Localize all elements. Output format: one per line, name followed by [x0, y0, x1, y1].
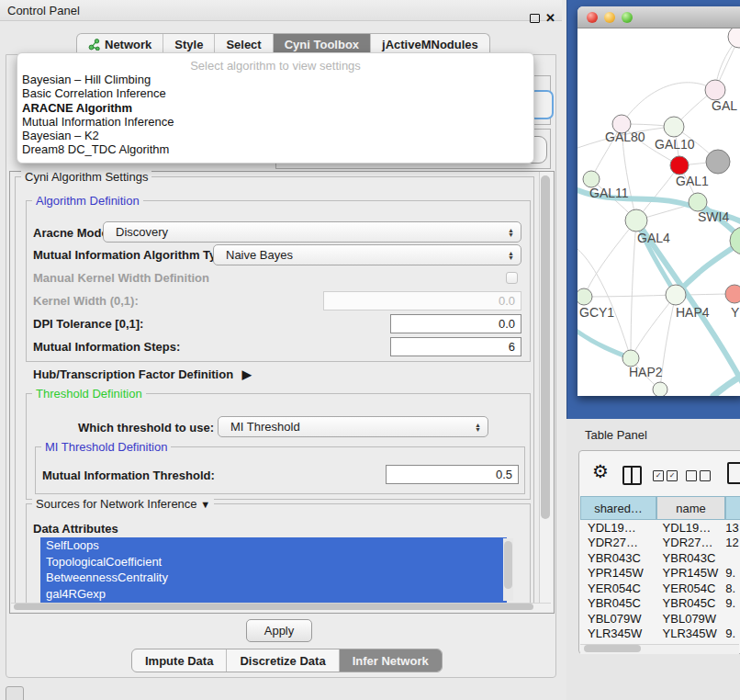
kernel-width-field[interactable]: 0.0	[323, 291, 521, 310]
close-window-icon[interactable]	[587, 12, 598, 23]
network-node[interactable]	[666, 285, 686, 305]
network-node[interactable]	[664, 117, 684, 137]
table-row[interactable]: YBL079WYBL079W	[580, 611, 740, 627]
manual-kernel-width-checkbox[interactable]	[506, 272, 518, 284]
table-cell: YPR145W	[656, 566, 723, 580]
mi-steps-label: Mutual Information Steps:	[33, 340, 180, 354]
network-node-label: GAL	[712, 98, 737, 113]
mi-algorithm-type-label: Mutual Information Algorithm Type:	[33, 248, 234, 262]
minimized-panel-icon[interactable]	[6, 686, 24, 700]
table-row[interactable]: YDL19…YDL19…13	[580, 520, 740, 536]
table-cell: YBR043C	[580, 551, 656, 565]
network-node[interactable]	[625, 209, 647, 231]
sources-title-row[interactable]: Sources for Network Inference ▼	[32, 497, 214, 511]
table-row[interactable]: YER054CYER054C8.	[580, 581, 740, 596]
minimize-window-icon[interactable]	[604, 12, 615, 23]
attribute-item[interactable]: TopologicalCoefficient	[46, 554, 507, 570]
aracne-mode-combo[interactable]: Discovery ▲▼	[103, 221, 521, 243]
table-cell: 8.	[723, 581, 740, 595]
split-columns-icon[interactable]	[622, 466, 642, 485]
network-canvas[interactable]: GALGAL80GAL10GAL1GAL11SWI4GAL4GCY1HAP4YH…	[577, 28, 740, 396]
kernel-width-label: Kernel Width (0,1):	[33, 294, 139, 308]
unchecked-checkbox-icon[interactable]	[700, 470, 711, 481]
zoom-window-icon[interactable]	[622, 12, 633, 23]
network-node-label: GAL1	[676, 174, 709, 188]
dropdown-item[interactable]: Dream8 DC_TDC Algorithm	[17, 142, 533, 156]
mi-algorithm-type-combo[interactable]: Naive Bayes ▲▼	[213, 244, 521, 265]
table-rows: YDL19…YDL19…13YDR27…YDR27…12YBR043CYBR04…	[580, 520, 740, 644]
settings-horizontal-scrollbar-thumb[interactable]	[14, 604, 533, 610]
table-row[interactable]: YDR27…YDR27…12	[580, 536, 740, 551]
table-header-row: shared… name	[580, 496, 740, 520]
algorithm-dropdown-prompt: Select algorithm to view settings	[17, 53, 533, 73]
network-window-titlebar[interactable]	[577, 6, 740, 28]
hub-definition-label: Hub/Transcription Factor Definition	[33, 367, 233, 381]
tab-style-label: Style	[174, 38, 203, 51]
tab-network-label: Network	[105, 38, 151, 51]
table-row[interactable]: YBR045CYBR045C9.	[580, 596, 740, 612]
tab-infer-network[interactable]: Infer Network	[340, 649, 442, 672]
network-tab-icon	[88, 39, 100, 51]
dropdown-item[interactable]: Bayesian – Hill Climbing	[17, 73, 533, 86]
network-graph: GALGAL80GAL10GAL1GAL11SWI4GAL4GCY1HAP4YH…	[577, 28, 740, 396]
network-node[interactable]	[577, 288, 592, 305]
expander-arrow-icon: ▶	[242, 367, 252, 381]
network-node[interactable]	[689, 193, 707, 211]
dpi-tolerance-field[interactable]: 0.0	[390, 314, 521, 333]
which-threshold-combo[interactable]: MI Threshold ▲▼	[218, 416, 488, 437]
column-header-name[interactable]: name	[656, 496, 725, 520]
table-row[interactable]: YPR145WYPR145W9.	[580, 566, 740, 581]
control-panel-titlebar: Control Panel	[0, 0, 562, 21]
network-node[interactable]	[725, 285, 740, 303]
dpi-tolerance-value: 0.0	[499, 317, 515, 331]
tab-discretize-data[interactable]: Discretize Data	[227, 649, 339, 672]
network-node[interactable]	[728, 28, 740, 48]
hub-definition-expander[interactable]: Hub/Transcription Factor Definition ▶	[33, 367, 252, 381]
attribute-list-scrollbar-thumb[interactable]	[504, 541, 512, 589]
mi-threshold-label: Mutual Information Threshold:	[42, 469, 215, 482]
close-panel-icon[interactable]: ✕	[545, 11, 555, 25]
tab-impute-data[interactable]: Impute Data	[132, 649, 227, 672]
table-cell: 9.	[723, 627, 740, 640]
dpi-tolerance-label: DPI Tolerance [0,1]:	[33, 317, 143, 331]
checked-checkbox-icon[interactable]: ✓	[653, 470, 664, 481]
table-row[interactable]: YLR345WYLR345W9.	[580, 627, 740, 642]
mi-threshold-field[interactable]: 0.5	[386, 465, 519, 484]
network-node[interactable]	[706, 150, 730, 174]
attribute-item[interactable]: gal4RGexp	[46, 586, 507, 603]
network-node-label: GAL10	[655, 137, 695, 152]
attribute-item[interactable]: SelfLoops	[46, 537, 507, 554]
table-cell: YPR145W	[580, 566, 656, 580]
column-header-partial[interactable]	[725, 496, 740, 520]
network-node-label: HAP4	[676, 305, 710, 320]
dropdown-item[interactable]: Bayesian – K2	[17, 129, 533, 142]
kernel-width-value: 0.0	[499, 294, 515, 308]
network-node-label: GAL4	[637, 231, 670, 245]
network-node[interactable]	[670, 156, 689, 175]
network-view-window[interactable]: GALGAL80GAL10GAL1GAL11SWI4GAL4GCY1HAP4YH…	[577, 6, 740, 396]
dropdown-item[interactable]: Basic Correlation Inference	[17, 86, 533, 100]
data-attributes-list: SelfLoops TopologicalCoefficient Between…	[40, 537, 507, 603]
checked-checkbox-icon[interactable]: ✓	[667, 470, 678, 481]
table-panel-title: Table Panel	[585, 428, 647, 442]
column-header-shared-name[interactable]: shared…	[580, 496, 656, 520]
algorithm-definition-title: Algorithm Definition	[32, 194, 143, 208]
document-icon[interactable]	[727, 462, 740, 484]
tab-discretize-data-label: Discretize Data	[240, 654, 325, 668]
dropdown-item[interactable]: Mutual Information Inference	[17, 115, 533, 129]
network-node[interactable]	[705, 80, 725, 100]
tab-jactivemnodules-label: jActiveMNodules	[382, 38, 478, 51]
attribute-item[interactable]: BetweennessCentrality	[46, 570, 507, 586]
table-row[interactable]: YBR043CYBR043C	[580, 550, 740, 566]
settings-vertical-scrollbar-thumb[interactable]	[541, 175, 550, 519]
unchecked-checkbox-icon[interactable]	[686, 470, 697, 481]
apply-button[interactable]: Apply	[246, 619, 312, 642]
float-panel-icon[interactable]	[530, 14, 540, 23]
table-cell: YLR345W	[580, 627, 656, 640]
network-node[interactable]	[653, 382, 667, 396]
table-horizontal-scrollbar-thumb[interactable]	[584, 645, 641, 652]
gear-icon[interactable]: ⚙	[592, 462, 609, 480]
dropdown-item-highlighted[interactable]: ARACNE Algorithm	[17, 101, 533, 115]
combo-stepper-icon: ▲▼	[475, 423, 481, 432]
mi-steps-field[interactable]: 6	[390, 337, 521, 356]
